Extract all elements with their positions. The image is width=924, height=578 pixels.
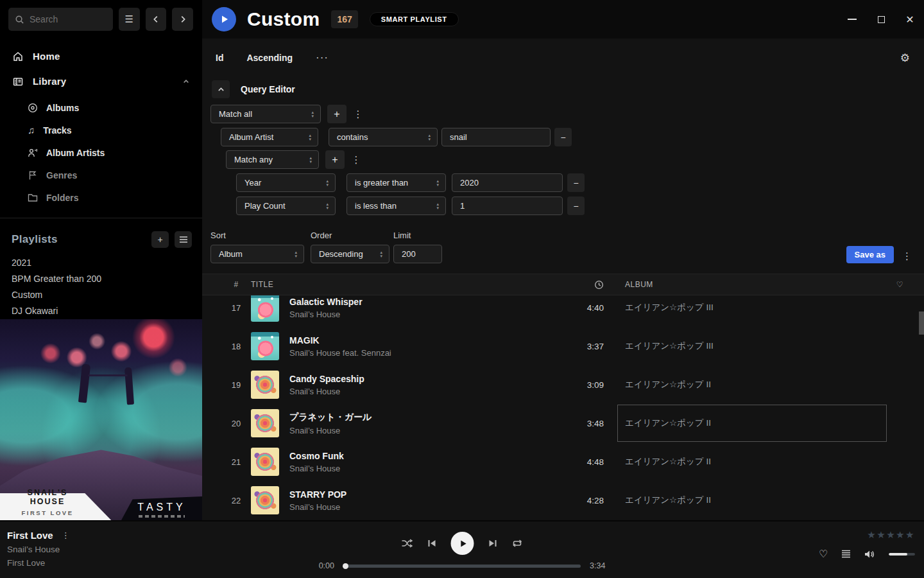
rating-stars[interactable]: ★★★★★ xyxy=(819,529,915,541)
table-row[interactable]: 19 Candy Spaceship Snail’s House 3:09 エイ… xyxy=(202,365,924,404)
search-field[interactable] xyxy=(30,14,100,24)
match-select[interactable]: Match any xyxy=(226,150,319,169)
seek-slider[interactable] xyxy=(343,565,581,568)
album-cell[interactable]: エイリアン☆ポップ II xyxy=(625,443,886,480)
album-cell[interactable]: エイリアン☆ポップ III xyxy=(625,328,886,365)
operator-select[interactable]: is less than xyxy=(346,197,446,215)
value-input[interactable] xyxy=(452,197,563,215)
track-title[interactable]: プラネット・ガール xyxy=(289,412,559,423)
operator-select[interactable]: contains xyxy=(329,128,438,146)
column-album[interactable]: ALBUM xyxy=(625,280,886,289)
order-select[interactable]: Descending xyxy=(311,245,389,263)
track-title[interactable]: Galactic Whisper xyxy=(289,297,559,307)
album-cell[interactable]: エイリアン☆ポップ III xyxy=(625,295,886,326)
seek-handle[interactable] xyxy=(343,563,348,569)
volume-slider[interactable] xyxy=(889,553,915,556)
save-as-button[interactable]: Save as xyxy=(846,246,894,263)
sidebar-library-item[interactable]: Genres xyxy=(0,164,202,186)
track-title[interactable]: MAGIK xyxy=(289,335,559,346)
maximize-button[interactable] xyxy=(876,14,886,24)
column-index[interactable]: # xyxy=(221,280,251,289)
group-menu-icon[interactable]: ⋮ xyxy=(350,154,363,166)
shuffle-button[interactable] xyxy=(402,538,413,548)
value-input[interactable] xyxy=(452,173,563,192)
more-options-icon[interactable]: ··· xyxy=(316,51,329,64)
previous-button[interactable] xyxy=(427,539,437,548)
minimize-button[interactable] xyxy=(847,14,857,24)
operator-select[interactable]: is greater than xyxy=(346,173,446,192)
track-title[interactable]: Cosmo Funk xyxy=(289,451,559,461)
close-button[interactable]: ✕ xyxy=(905,14,915,24)
album-cell[interactable]: エイリアン☆ポップ II xyxy=(617,405,887,442)
match-select[interactable]: Match all xyxy=(210,105,321,123)
remove-rule-button[interactable]: − xyxy=(554,128,572,146)
playlist-item[interactable]: 2021 xyxy=(12,254,191,270)
add-rule-button[interactable]: + xyxy=(327,105,346,123)
playlist-item[interactable]: DJ Okawari xyxy=(12,302,191,319)
track-title[interactable]: Candy Spaceship xyxy=(289,374,559,384)
field-select[interactable]: Year xyxy=(236,173,336,192)
menu-button[interactable]: ☰ xyxy=(119,8,140,31)
gear-icon[interactable]: ⚙ xyxy=(900,51,910,65)
table-row[interactable]: 22 STARRY POP Snail’s House 4:28 エイリアン☆ポ… xyxy=(202,481,924,520)
now-playing-title[interactable]: First Love xyxy=(7,530,53,541)
group-menu-icon[interactable]: ⋮ xyxy=(352,109,364,120)
sort-select[interactable]: Album xyxy=(210,245,304,263)
nav-back-button[interactable] xyxy=(146,8,167,31)
table-row[interactable]: 17 Galactic Whisper Snail’s House 4:40 エ… xyxy=(202,295,924,327)
chevron-left-icon xyxy=(151,15,160,24)
column-favorite-heart-icon[interactable]: ♡ xyxy=(896,280,903,289)
favorite-button[interactable]: ♡ xyxy=(819,548,828,560)
track-artist[interactable]: Snail’s House xyxy=(289,426,559,435)
query-editor-collapse-button[interactable] xyxy=(212,80,230,98)
search-icon xyxy=(15,15,24,24)
now-playing-menu-icon[interactable]: ⋮ xyxy=(62,530,70,540)
track-artist[interactable]: Snail’s House feat. Sennzai xyxy=(289,348,559,358)
album-cell[interactable]: エイリアン☆ポップ II xyxy=(625,482,886,519)
play-pause-button[interactable] xyxy=(451,532,474,555)
sidebar-library-item[interactable]: Albums xyxy=(0,96,202,119)
sort-field-button[interactable]: Id xyxy=(216,53,223,63)
now-playing-artist[interactable]: Snail’s House xyxy=(7,545,70,554)
now-playing-album[interactable]: First Love xyxy=(7,558,70,568)
next-button[interactable] xyxy=(488,539,498,548)
track-title[interactable]: STARRY POP xyxy=(289,489,559,500)
field-select[interactable]: Album Artist xyxy=(221,128,318,146)
scrollbar-thumb[interactable] xyxy=(919,311,924,335)
playlist-list-button[interactable] xyxy=(175,231,192,248)
remove-rule-button[interactable]: − xyxy=(567,197,585,215)
add-rule-button[interactable]: + xyxy=(325,150,345,169)
album-cell[interactable]: エイリアン☆ポップ II xyxy=(625,366,886,403)
column-duration[interactable] xyxy=(594,280,604,290)
now-playing-artwork[interactable]: SNAIL'S HOUSE FIRST LOVE TASTY xyxy=(0,319,202,520)
sidebar-library-item[interactable]: ♫ Tracks xyxy=(0,119,202,141)
sidebar-item-library[interactable]: Library xyxy=(0,69,202,94)
play-playlist-button[interactable] xyxy=(212,7,236,31)
track-artist[interactable]: Snail’s House xyxy=(289,310,559,319)
column-title[interactable]: TITLE xyxy=(251,280,559,289)
table-row[interactable]: 18 MAGIK Snail’s House feat. Sennzai 3:3… xyxy=(202,327,924,365)
limit-input[interactable] xyxy=(393,245,442,263)
field-select[interactable]: Play Count xyxy=(236,197,336,215)
save-menu-icon[interactable]: ⋮ xyxy=(902,250,912,262)
value-input[interactable] xyxy=(441,128,551,146)
track-artist[interactable]: Snail’s House xyxy=(289,502,559,512)
volume-icon[interactable] xyxy=(864,550,875,559)
queue-button[interactable] xyxy=(841,550,851,558)
table-row[interactable]: 20 プラネット・ガール Snail’s House 3:48 エイリアン☆ポッ… xyxy=(202,404,924,442)
collapse-library-icon[interactable] xyxy=(182,78,190,85)
add-playlist-button[interactable]: + xyxy=(151,231,169,248)
sidebar-library-item[interactable]: Album Artists xyxy=(0,141,202,164)
remove-rule-button[interactable]: − xyxy=(567,173,585,192)
track-artist[interactable]: Snail’s House xyxy=(289,387,559,396)
sidebar-item-home[interactable]: Home xyxy=(0,44,202,69)
repeat-button[interactable] xyxy=(512,539,523,548)
playlist-item[interactable]: BPM Greater than 200 xyxy=(12,270,191,286)
track-artist[interactable]: Snail’s House xyxy=(289,464,559,473)
sidebar-library-item[interactable]: Folders xyxy=(0,186,202,209)
sort-direction-button[interactable]: Ascending xyxy=(246,53,293,63)
table-row[interactable]: 21 Cosmo Funk Snail’s House 4:48 エイリアン☆ポ… xyxy=(202,442,924,481)
nav-forward-button[interactable] xyxy=(172,8,193,31)
search-input[interactable] xyxy=(8,8,113,31)
playlist-item[interactable]: Custom xyxy=(12,286,191,302)
